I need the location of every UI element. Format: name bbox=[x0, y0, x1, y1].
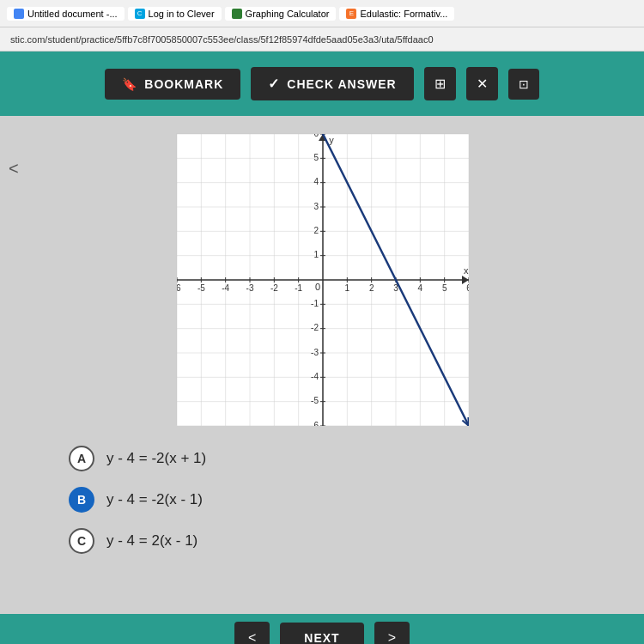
next-button[interactable]: NEXT bbox=[280, 623, 363, 645]
bookmark-label: BOOKMARK bbox=[144, 77, 223, 91]
check-answer-label: CHECK ANSWER bbox=[287, 77, 396, 91]
url-bar: stic.com/student/practice/5ffb7c8f700585… bbox=[0, 27, 644, 52]
main-content: < A y - 4 = -2(x + 1) B y - 4 = -2(x - 1… bbox=[0, 116, 644, 614]
tab-edulastic-label: Edulastic: Formativ... bbox=[360, 9, 447, 19]
answer-options: A y - 4 = -2(x + 1) B y - 4 = -2(x - 1) … bbox=[34, 446, 610, 554]
grid-icon: ⊞ bbox=[434, 76, 446, 91]
graph-container bbox=[176, 133, 468, 425]
tab-clever-label: Log in to Clever bbox=[149, 9, 215, 19]
tab-google-docs[interactable]: Untitled document -... bbox=[7, 7, 125, 21]
bookmark-icon bbox=[122, 77, 137, 91]
close-icon: ✕ bbox=[477, 76, 488, 91]
option-a-circle: A bbox=[69, 446, 94, 471]
next-label: NEXT bbox=[304, 631, 339, 645]
next-arrow-button[interactable]: > bbox=[374, 622, 410, 645]
tab-desmos[interactable]: Graphing Calculator bbox=[225, 7, 337, 21]
bookmark-button[interactable]: BOOKMARK bbox=[105, 69, 240, 100]
option-b-circle: B bbox=[69, 487, 94, 513]
clever-icon: C bbox=[135, 9, 145, 19]
option-c-circle: C bbox=[69, 528, 94, 554]
check-answer-button[interactable]: CHECK ANSWER bbox=[251, 67, 413, 100]
browser-tabs: Untitled document -... C Log in to Cleve… bbox=[0, 0, 644, 27]
option-a[interactable]: A y - 4 = -2(x + 1) bbox=[69, 446, 610, 471]
prev-button[interactable]: < bbox=[234, 622, 270, 645]
edulastic-icon: E bbox=[346, 9, 356, 19]
option-b-text: y - 4 = -2(x - 1) bbox=[106, 491, 203, 508]
graph-canvas bbox=[177, 134, 469, 426]
corner-icon: ⊡ bbox=[519, 77, 529, 91]
option-c-text: y - 4 = 2(x - 1) bbox=[106, 532, 197, 550]
option-b[interactable]: B y - 4 = -2(x - 1) bbox=[69, 487, 610, 513]
url-text: stic.com/student/practice/5ffb7c8f700585… bbox=[10, 34, 434, 45]
tab-google-docs-label: Untitled document -... bbox=[27, 9, 118, 19]
app-header: BOOKMARK CHECK ANSWER ⊞ ✕ ⊡ bbox=[0, 52, 644, 116]
corner-button[interactable]: ⊡ bbox=[508, 69, 539, 100]
check-icon bbox=[268, 76, 280, 92]
grid-button[interactable]: ⊞ bbox=[424, 67, 456, 100]
desmos-icon bbox=[232, 9, 242, 19]
close-button[interactable]: ✕ bbox=[466, 67, 498, 100]
nav-left-arrow[interactable]: < bbox=[9, 159, 19, 179]
google-docs-icon bbox=[14, 9, 24, 19]
option-c[interactable]: C y - 4 = 2(x - 1) bbox=[69, 528, 610, 554]
tab-desmos-label: Graphing Calculator bbox=[246, 9, 330, 19]
bottom-nav: < NEXT > bbox=[0, 614, 644, 644]
option-a-text: y - 4 = -2(x + 1) bbox=[106, 450, 206, 467]
tab-clever[interactable]: C Log in to Clever bbox=[128, 7, 222, 21]
tab-edulastic[interactable]: E Edulastic: Formativ... bbox=[339, 7, 454, 21]
